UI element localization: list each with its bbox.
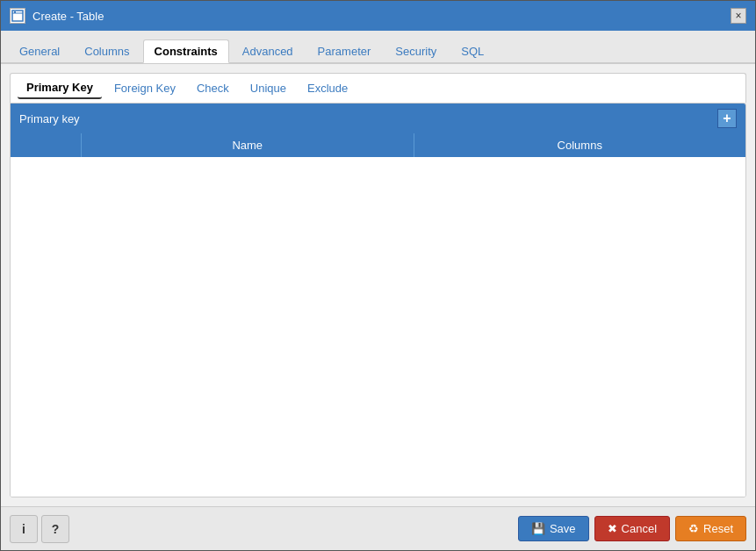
svg-rect-2 xyxy=(14,11,16,13)
footer-left: i ? xyxy=(10,515,69,543)
primary-key-panel: Primary key + Name Columns xyxy=(10,103,746,497)
table-body xyxy=(11,157,745,497)
main-window: Create - Table × General Columns Constra… xyxy=(0,0,756,551)
subtab-exclude[interactable]: Exclude xyxy=(299,78,356,98)
col-header-checkbox xyxy=(11,133,81,157)
add-button[interactable]: + xyxy=(717,109,737,128)
tab-security[interactable]: Security xyxy=(384,39,448,63)
tab-columns[interactable]: Columns xyxy=(73,39,140,63)
sub-tabs: Primary Key Foreign Key Check Unique Exc… xyxy=(10,73,746,103)
tab-constraints[interactable]: Constraints xyxy=(143,39,229,63)
reset-button[interactable]: ♻ Reset xyxy=(675,516,746,541)
window-title: Create - Table xyxy=(32,10,104,23)
subtab-primary-key[interactable]: Primary Key xyxy=(18,77,102,99)
subtab-foreign-key[interactable]: Foreign Key xyxy=(105,78,184,98)
footer: i ? 💾 Save ✖ Cancel ♻ Reset xyxy=(1,506,755,550)
save-label: Save xyxy=(550,522,576,535)
footer-right: 💾 Save ✖ Cancel ♻ Reset xyxy=(518,516,746,541)
info-button[interactable]: i xyxy=(10,515,38,543)
cancel-button[interactable]: ✖ Cancel xyxy=(594,516,670,541)
subtab-unique[interactable]: Unique xyxy=(241,78,295,98)
reset-label: Reset xyxy=(703,522,733,535)
panel-header: Primary key + xyxy=(11,104,745,133)
nav-tabs: General Columns Constraints Advanced Par… xyxy=(1,31,755,64)
tab-parameter[interactable]: Parameter xyxy=(306,39,383,63)
title-bar-left: Create - Table xyxy=(10,8,104,24)
tab-advanced[interactable]: Advanced xyxy=(231,39,305,63)
tab-sql[interactable]: SQL xyxy=(450,39,495,63)
panel-title: Primary key xyxy=(19,112,80,125)
save-icon: 💾 xyxy=(531,522,545,535)
save-button[interactable]: 💾 Save xyxy=(518,516,589,541)
help-button[interactable]: ? xyxy=(41,515,69,543)
close-button[interactable]: × xyxy=(731,8,746,24)
cancel-label: Cancel xyxy=(622,522,657,535)
col-header-columns: Columns xyxy=(414,133,746,157)
content-area: Primary Key Foreign Key Check Unique Exc… xyxy=(1,64,755,506)
table-header: Name Columns xyxy=(11,133,745,157)
svg-rect-0 xyxy=(12,11,23,21)
cancel-icon: ✖ xyxy=(608,522,617,535)
tab-general[interactable]: General xyxy=(8,39,71,63)
subtab-check[interactable]: Check xyxy=(188,78,238,98)
title-bar: Create - Table × xyxy=(1,1,755,31)
col-header-name: Name xyxy=(81,133,414,157)
window-icon xyxy=(10,8,25,24)
reset-icon: ♻ xyxy=(688,522,699,535)
